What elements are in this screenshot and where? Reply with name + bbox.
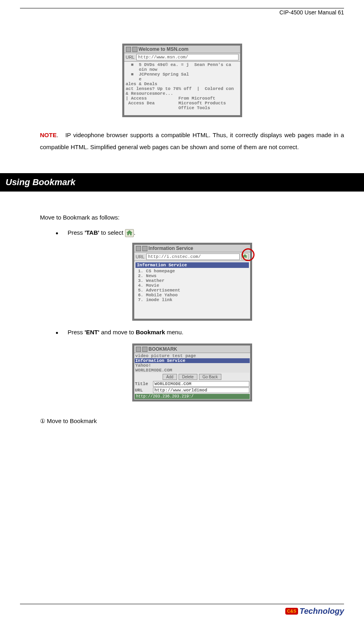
info-heading: Information Service: [135, 262, 249, 268]
step-text: Move to Bookmark: [45, 417, 97, 424]
info-list: 1. CS homepage 2. News 3. Weather 4. Mov…: [138, 269, 246, 302]
msn-line: | Access From Microsoft: [125, 96, 239, 101]
b1-mid: to select: [101, 229, 125, 236]
b2-prefix: Press: [68, 329, 85, 335]
msn-body: ■ 5 DVDs 49¢© ea. = j Sean Penn's ca oin…: [124, 62, 240, 115]
bullet-dot-icon: [56, 232, 58, 234]
b2-target: Bookmark: [136, 329, 165, 335]
title-icon: [126, 47, 131, 52]
info-body: Information Service 1. CS homepage 2. Ne…: [134, 261, 250, 319]
note-paragraph: NOTE. IP videophone browser supports a c…: [40, 129, 344, 153]
note-text: IP videophone browser supports a compati…: [40, 132, 344, 150]
bm-title-value: WORLDIMODE.COM: [153, 381, 249, 387]
logo-text: Technology: [300, 607, 344, 616]
bm-url-label: URL: [135, 388, 152, 393]
bullet-item-1: Press 'TAB' to select .: [56, 229, 344, 237]
bullet-item-2: Press 'ENT' and move to Bookmark menu.: [56, 329, 344, 335]
footer-rule: [20, 604, 344, 604]
msn-line: Office Tools: [125, 106, 239, 110]
step-number: ①: [40, 417, 45, 424]
b1-prefix: Press: [68, 229, 85, 236]
bm-title-bar: BOOKMARK: [134, 345, 250, 353]
bullet-list: Press 'TAB' to select .: [56, 229, 344, 237]
title-icon: [136, 246, 141, 251]
bm-add-button: Add: [163, 374, 177, 380]
info-item: 4. Movie: [138, 283, 246, 288]
title-icon-2: [132, 47, 137, 52]
svg-marker-0: [127, 230, 132, 235]
logo: C&S Technology: [285, 607, 344, 616]
note-label: NOTE: [40, 132, 57, 138]
bookmark-screenshot: BOOKMARK video picture test page Informa…: [132, 343, 252, 401]
bm-row-selected: Information Service: [135, 358, 250, 363]
page: CIP-4500 User Manual 61 Welcome to MSN.c…: [0, 0, 364, 623]
info-item: 6. Mobile Yahoo: [138, 293, 246, 298]
bullet-dot-icon: [56, 332, 58, 334]
section-heading: Using Bookmark: [0, 173, 364, 192]
msn-line: oin now: [125, 67, 239, 72]
bm-row: WORLDIMODE.COM: [135, 368, 250, 373]
msn-line: ales & Deals: [125, 82, 239, 86]
logo-badge: C&S: [285, 608, 298, 615]
info-item: 5. Advertisement: [138, 288, 246, 293]
step-1: ① Move to Bookmark: [40, 417, 344, 425]
page-number: 61: [338, 9, 344, 16]
header-rule: [20, 8, 344, 8]
url-label: URL: [126, 55, 135, 60]
msn-line: act lenses? Up to 70% off | Colored con: [125, 86, 239, 91]
section-content: Move to Bookmark as follows: Press 'TAB'…: [40, 212, 344, 425]
figure-msn: Welcome to MSN.com URL http://www.msn.co…: [20, 44, 344, 117]
msn-line: ■ 5 DVDs 49¢© ea. = j Sean Penn's ca: [125, 62, 239, 67]
manual-title: CIP-4500 User Manual: [279, 9, 336, 16]
page-header: CIP-4500 User Manual 61: [20, 9, 344, 16]
page-footer: C&S Technology: [20, 604, 344, 616]
msn-line: ■ JCPenney Spring Sal: [125, 72, 239, 77]
info-url-row: URL http://i.cnstec.com/: [134, 252, 250, 261]
bm-url-value: http://www.worldimod: [153, 387, 249, 393]
url-label: URL: [136, 254, 145, 259]
info-item: 7. imode link: [138, 298, 246, 302]
bm-row: Yahoo!: [135, 363, 250, 368]
b2-key: 'ENT': [85, 329, 99, 335]
bm-title-row: Title WORLDIMODE.COM: [134, 381, 250, 387]
b2-suffix: menu.: [167, 329, 183, 335]
info-window-title: Information Service: [149, 246, 193, 251]
msn-line: e: [125, 77, 239, 82]
content: NOTE. IP videophone browser supports a c…: [40, 129, 344, 153]
b1-suffix: .: [134, 229, 135, 236]
info-item: 3. Weather: [138, 278, 246, 283]
info-title-bar: Information Service: [134, 245, 250, 252]
bm-row: video picture test page: [135, 353, 250, 358]
msn-screenshot: Welcome to MSN.com URL http://www.msn.co…: [122, 44, 242, 117]
bm-goback-button: Go Back: [199, 374, 221, 380]
title-icon-2: [142, 246, 147, 251]
msn-line: & Resourcesmore...: [125, 91, 239, 96]
note-sep: .: [57, 132, 58, 138]
figure-info: Information Service URL http://i.cnstec.…: [40, 243, 344, 321]
info-item: 1. CS homepage: [138, 269, 246, 274]
bm-status-bar: http://203.236.203.219:/: [135, 394, 250, 399]
bm-window-title: BOOKMARK: [149, 346, 177, 352]
bm-delete-button: Delete: [179, 374, 197, 380]
b2-mid: and move to: [101, 329, 136, 335]
home-icon: [125, 229, 134, 237]
msn-url-value: http://www.msn.com/: [136, 54, 239, 60]
bullet-list-2: Press 'ENT' and move to Bookmark menu.: [56, 329, 344, 335]
highlight-circle: [242, 248, 255, 261]
bm-url-row: URL http://www.worldimod: [134, 387, 250, 393]
msn-url-row: URL http://www.msn.com/: [124, 53, 240, 62]
msn-title-bar: Welcome to MSN.com: [124, 46, 240, 53]
bm-list: video picture test page Information Serv…: [135, 353, 250, 373]
title-icon-2: [142, 347, 147, 352]
bm-title-label: Title: [135, 381, 152, 386]
figure-bookmark: BOOKMARK video picture test page Informa…: [40, 343, 344, 401]
msn-line: Access Dea Microsoft Products: [125, 101, 239, 106]
msn-window-title: Welcome to MSN.com: [139, 46, 189, 52]
info-screenshot: Information Service URL http://i.cnstec.…: [132, 243, 252, 321]
info-url-value: http://i.cnstec.com/: [146, 254, 240, 260]
intro-text: Move to Bookmark as follows:: [40, 212, 344, 224]
footer-logo: C&S Technology: [20, 607, 344, 616]
b1-key: 'TAB': [85, 229, 99, 236]
bm-buttons: Add Delete Go Back: [134, 373, 250, 381]
info-item: 2. News: [138, 274, 246, 278]
